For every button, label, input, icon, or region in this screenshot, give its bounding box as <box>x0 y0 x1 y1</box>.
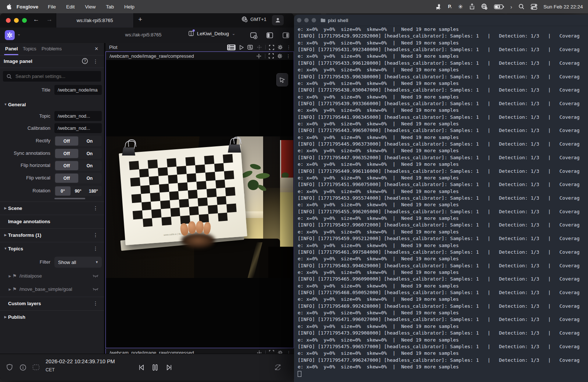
image-panel[interactable]: /webcam_node/image_raw/compressed <box>105 51 294 348</box>
new-tab-button[interactable]: + <box>138 15 142 24</box>
right-sidebar-toggle[interactable] <box>282 31 290 40</box>
timezone-chip[interactable]: GMT+1 <box>241 16 266 22</box>
spotlight-search-icon[interactable] <box>519 3 524 10</box>
topic-row-initialpose[interactable]: ▶ ⚑ /initialpose <box>0 269 104 282</box>
seek-forward-button[interactable] <box>165 363 173 372</box>
minimize-window-button[interactable] <box>14 18 19 23</box>
menu-app-name[interactable]: Foxglove <box>17 4 38 10</box>
forward-button[interactable]: → <box>46 16 53 23</box>
rotation-segmented[interactable]: 0° 90° 180° <box>54 186 102 196</box>
menu-edit[interactable]: Edit <box>66 4 75 10</box>
battery-status-icon[interactable] <box>494 3 504 10</box>
topic-row-move-base-goal[interactable]: ▶ ⚑ /move_base_simple/goal <box>0 283 104 296</box>
layout-selector[interactable]: LeKiwi_Debug ⌄ <box>188 31 235 36</box>
transforms-section-header[interactable]: ▶ Transforms (1) ⋮ <box>0 229 104 241</box>
close-sidebar-button[interactable]: ✕ <box>94 46 98 51</box>
help-button[interactable]: ? <box>82 58 88 64</box>
foxglove-logo[interactable] <box>5 30 15 40</box>
menu-tab[interactable]: Tab <box>106 4 114 10</box>
pan-icon[interactable] <box>256 53 262 59</box>
transforms-menu-button[interactable]: ⋮ <box>93 232 98 238</box>
flip-h-on[interactable]: On <box>78 161 101 170</box>
rectify-off[interactable]: Off <box>55 136 78 146</box>
flip-horizontal-toggle[interactable]: Off On <box>54 160 102 171</box>
menu-view[interactable]: View <box>85 4 96 10</box>
rotation-scrollbar[interactable] <box>54 198 85 199</box>
sync-off[interactable]: Off <box>55 149 78 158</box>
llama-status-icon[interactable] <box>435 3 442 10</box>
cursor-follow-icon[interactable] <box>239 45 244 50</box>
legend-toggle-button[interactable] <box>227 44 236 50</box>
control-center-icon[interactable] <box>531 3 537 10</box>
image-annotations-header[interactable]: Image annotations <box>0 215 104 228</box>
seek-backward-button[interactable] <box>137 363 146 372</box>
panel-menu-button[interactable]: ⋮ <box>93 58 98 64</box>
custom-layers-header[interactable]: Custom layers ⋮ <box>0 297 104 310</box>
custom-layers-menu-button[interactable]: ⋮ <box>93 300 98 306</box>
visibility-off-icon[interactable] <box>92 274 99 278</box>
terminal-title-bar[interactable]: pixi shell <box>294 15 588 26</box>
rotation-90[interactable]: 90° <box>71 186 86 196</box>
tab-panel[interactable]: Panel <box>5 46 18 51</box>
terminal-window[interactable]: pixi shell e: x=0% y=0% size=0% skew=0% … <box>294 15 588 382</box>
gear-icon[interactable] <box>277 53 283 59</box>
data-source-label[interactable]: ws://ak-rpi5:8765 <box>92 32 195 38</box>
maximize-window-button[interactable] <box>22 18 27 23</box>
rotation-180[interactable]: 180° <box>86 186 101 196</box>
add-panel-button[interactable] <box>249 31 258 40</box>
flip-h-off[interactable]: Off <box>55 161 78 170</box>
scene-section-header[interactable]: ▶ Scene ⋮ <box>0 202 104 214</box>
topics-section-header[interactable]: ▼ Topics ⋮ <box>0 242 104 255</box>
apple-menu[interactable] <box>6 3 11 10</box>
image-panel-header[interactable]: /webcam_node/image_raw/compressed <box>106 52 294 60</box>
gear-icon[interactable] <box>277 44 283 50</box>
left-sidebar-toggle[interactable] <box>265 31 274 40</box>
publish-section-header[interactable]: ▶ Publish <box>0 311 104 323</box>
flip-vertical-toggle[interactable]: Off On <box>54 173 102 183</box>
panel-menu-icon[interactable]: ⋮ <box>286 53 291 59</box>
fullscreen-icon[interactable] <box>269 45 274 50</box>
back-button[interactable]: ← <box>33 16 39 23</box>
rotation-0[interactable]: 0° <box>55 186 71 196</box>
close-window-button[interactable] <box>6 18 11 23</box>
source-info-button[interactable] <box>18 363 27 372</box>
tab-topics[interactable]: Topics <box>23 46 36 51</box>
terminal-minimize-button[interactable] <box>304 18 309 22</box>
loop-selection-button[interactable] <box>32 363 40 372</box>
chevron-right-icon[interactable]: › <box>510 3 512 10</box>
topics-menu-button[interactable]: ⋮ <box>93 246 98 251</box>
sync-on[interactable]: On <box>78 149 101 158</box>
flip-v-off[interactable]: Off <box>55 174 78 183</box>
data-source-status-button[interactable] <box>5 363 14 372</box>
menu-help[interactable]: Help <box>124 4 135 10</box>
snowflake-status-icon[interactable]: ✳ <box>458 3 463 10</box>
panel-menu-icon[interactable]: ⋮ <box>286 44 291 50</box>
menu-file[interactable]: File <box>48 4 56 10</box>
calibration-input[interactable]: /webcam_nod... <box>54 123 102 133</box>
search-input[interactable] <box>15 73 93 79</box>
account-button[interactable] <box>272 15 284 25</box>
fullscreen-icon[interactable] <box>269 53 274 58</box>
connection-tab[interactable]: ws://ak-rpi5:8765 <box>56 13 134 28</box>
sync-annotations-toggle[interactable]: Off On <box>54 148 102 159</box>
repeat-toggle-button[interactable] <box>273 363 282 372</box>
terminal-maximize-button[interactable] <box>312 18 316 22</box>
filter-select[interactable]: Show all ▼ <box>54 257 102 268</box>
globe-status-icon[interactable] <box>481 3 488 10</box>
pan-icon[interactable] <box>257 44 262 50</box>
topic-input[interactable]: /webcam_nod... <box>54 111 102 121</box>
pause-button[interactable] <box>151 363 159 372</box>
search-box[interactable] <box>3 71 101 82</box>
pi-status-icon[interactable]: P. <box>448 3 452 10</box>
zoom-box-icon[interactable] <box>247 45 253 50</box>
tab-problems[interactable]: Problems <box>42 46 62 51</box>
scene-menu-button[interactable]: ⋮ <box>93 205 98 211</box>
rectify-toggle[interactable]: Off On <box>54 136 102 146</box>
terminal-close-button[interactable] <box>297 18 301 22</box>
menu-clock[interactable]: Sun Feb 22 22:24 <box>544 4 583 10</box>
general-section-header[interactable]: ▼ General <box>0 98 104 111</box>
rectify-on[interactable]: On <box>78 136 101 146</box>
title-input[interactable]: /webcam_node/ima <box>54 85 102 95</box>
visibility-off-icon[interactable] <box>92 287 99 292</box>
app-menu-chevron[interactable]: ⌄ <box>17 32 21 36</box>
